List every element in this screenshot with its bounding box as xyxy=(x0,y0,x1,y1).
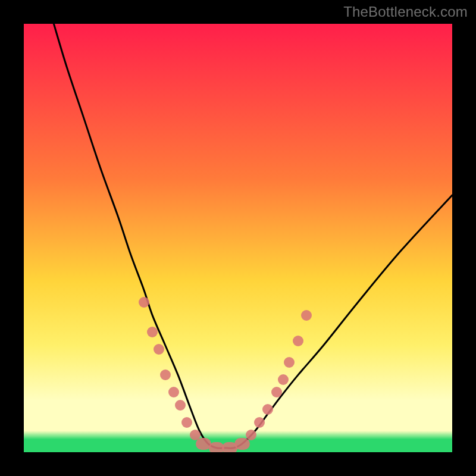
sample-marker xyxy=(175,400,186,411)
chart-stage: TheBottleneck.com xyxy=(0,0,476,476)
sample-marker xyxy=(301,310,312,321)
sample-marker xyxy=(278,374,289,385)
sample-marker xyxy=(271,387,282,397)
svg-rect-0 xyxy=(24,24,452,452)
background-gradient xyxy=(24,24,452,452)
plot-area xyxy=(24,24,452,452)
sample-marker xyxy=(254,417,265,428)
sample-marker xyxy=(181,417,192,428)
sample-marker xyxy=(246,430,256,440)
sample-marker xyxy=(293,336,303,346)
watermark-text: TheBottleneck.com xyxy=(343,4,468,20)
sample-marker xyxy=(154,344,164,355)
sample-marker xyxy=(160,369,171,380)
sample-marker xyxy=(139,297,149,308)
